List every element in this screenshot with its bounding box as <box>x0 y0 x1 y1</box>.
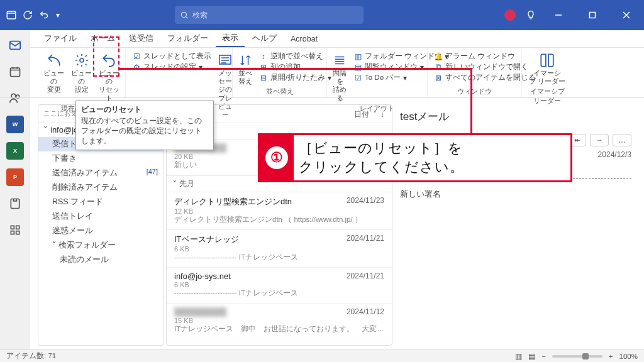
zoom-level: 100% <box>619 353 638 360</box>
zoom-out-button[interactable]: − <box>541 353 546 360</box>
outlook-icon <box>5 9 18 21</box>
folder-item[interactable]: 迷惑メール <box>38 224 163 238</box>
tooltip-body: 現在のすべてのビュー設定を、このフォルダーの既定の設定にリセットします。 <box>81 116 208 146</box>
zoom-slider[interactable] <box>552 355 602 358</box>
thread-settings-icon: ⚙ <box>132 63 141 72</box>
title-bar: ▾ 検索 <box>0 0 644 30</box>
reset-view-tooltip: ビューのリセット 現在のすべてのビュー設定を、このフォルダーの既定の設定にリセッ… <box>75 101 214 150</box>
thread-settings-button[interactable]: ⚙スレッドの設定 ▾ <box>132 62 211 72</box>
menu-help[interactable]: ヘルプ <box>246 31 283 47</box>
svg-rect-13 <box>11 231 14 234</box>
undo-icon[interactable] <box>38 9 50 21</box>
group-sort-label: 並べ替え <box>236 85 323 96</box>
alarm-window-button[interactable]: 🔔アラーム ウィンドウ <box>434 52 536 61</box>
rail-excel-icon[interactable]: X <box>6 142 24 160</box>
preview-subject: testメール <box>400 107 631 134</box>
rail-powerpoint-icon[interactable]: P <box>6 168 24 186</box>
tooltip-title: ビューのリセット <box>81 105 208 114</box>
open-new-window-button[interactable]: ⧉新しいウィンドウで開く <box>434 62 536 72</box>
reverse-icon: ↕ <box>259 52 268 61</box>
message-preview-icon <box>216 52 234 69</box>
spacing-button[interactable]: 間隔を 詰める <box>331 50 348 102</box>
close-all-icon: ⊠ <box>434 74 443 82</box>
search-placeholder: 検索 <box>192 10 208 21</box>
view-settings-button[interactable]: ビューの 設定 <box>69 50 94 94</box>
search-box[interactable]: 検索 <box>175 6 364 24</box>
show-as-thread-check[interactable]: ☑スレッドとして表示 <box>132 52 211 61</box>
sort-icon <box>236 52 254 69</box>
help-icon[interactable] <box>525 9 537 21</box>
svg-point-15 <box>80 58 84 62</box>
view-normal-icon[interactable]: ▥ <box>515 352 522 361</box>
menu-acrobat[interactable]: Acrobat <box>284 32 324 46</box>
checkbox-icon: ☑ <box>132 52 141 61</box>
svg-rect-0 <box>7 11 16 19</box>
menu-folder[interactable]: フォルダー <box>161 31 214 47</box>
reading-pane-icon: ▤ <box>353 63 362 72</box>
menu-file[interactable]: ファイル <box>38 31 83 47</box>
user-avatar[interactable] <box>504 9 516 21</box>
menu-view[interactable]: 表示 <box>216 30 245 47</box>
folder-item[interactable]: ˅ 検索フォルダー <box>38 238 163 253</box>
forward-button[interactable]: → <box>590 134 609 146</box>
instruction-callout: ① ［ビューのリセット］を クリックしてください。 <box>258 133 572 182</box>
book-icon <box>538 52 556 69</box>
new-window-icon: ⧉ <box>434 63 443 72</box>
immersive-reader-button[interactable]: イマーシ ブ リーダー <box>528 50 566 85</box>
message-item[interactable]: ディレクトリ型検索エンジンdtn2024/11/2312 KBディレクトリ型検索… <box>167 192 392 230</box>
minimize-button[interactable] <box>546 3 571 28</box>
folder-item[interactable]: 送信トレイ <box>38 209 163 224</box>
expand-collapse-button[interactable]: ⊟展開/折りたたみ ▾ <box>259 73 331 82</box>
callout-connector-v <box>470 68 472 134</box>
search-icon <box>180 11 189 19</box>
callout-connector-h <box>119 68 472 70</box>
message-item[interactable]: info@jo-sys.net2024/11/216 KB-----------… <box>167 268 392 304</box>
folder-pane-icon: ▥ <box>353 52 362 61</box>
msglist-sort[interactable]: 日付˅↓ <box>354 109 384 120</box>
folder-item[interactable]: 下書き <box>38 151 163 166</box>
svg-rect-11 <box>11 226 14 229</box>
menu-home[interactable]: ホーム <box>84 31 121 47</box>
svg-rect-12 <box>16 226 19 229</box>
chevron-down-icon: ˅ <box>43 125 48 134</box>
ribbon: ビューの 変更 ビューの 設定 ビューの リセット 現在のビュー ☑スレッドとし… <box>0 48 644 98</box>
spacing-icon <box>331 52 348 69</box>
message-item[interactable]: █████████2024/11/1215 KBITナレッジベース 御中 お世話… <box>167 304 392 339</box>
rail-tasks-icon[interactable] <box>6 195 24 212</box>
folder-item[interactable]: RSS フィード <box>38 195 163 209</box>
svg-point-1 <box>181 12 186 17</box>
maximize-button[interactable] <box>580 3 605 28</box>
close-all-button[interactable]: ⊠すべてのアイテムを閉じる <box>434 73 536 82</box>
item-count: アイテム数: 71 <box>6 351 56 361</box>
todo-icon: ☑ <box>353 74 362 82</box>
message-item[interactable]: ITベースナレッジ2024/11/216 KB-----------------… <box>167 230 392 268</box>
reset-view-button[interactable]: ビューの リセット <box>96 50 121 102</box>
gear-icon <box>73 52 91 69</box>
group-window-label: ウィンドウ <box>431 85 518 96</box>
change-view-button[interactable]: ビューの 変更 <box>42 50 67 94</box>
chevron-down-icon: ˅ <box>373 110 377 119</box>
rail-word-icon[interactable]: W <box>6 116 24 133</box>
folder-item[interactable]: 送信済みアイテム[47] <box>38 166 163 180</box>
status-bar: アイテム数: 71 ▥ ▤ − + 100% <box>0 349 644 362</box>
svg-rect-10 <box>11 199 19 209</box>
expand-icon: ⊟ <box>259 74 268 82</box>
folder-item[interactable]: 削除済みアイテム <box>38 180 163 195</box>
folder-item[interactable]: 未読のメール <box>38 253 163 267</box>
view-reading-icon[interactable]: ▤ <box>528 352 535 361</box>
sync-icon[interactable] <box>21 9 34 21</box>
arrow-down-icon: ↓ <box>380 110 384 119</box>
reset-icon <box>100 52 118 69</box>
svg-rect-3 <box>590 13 596 18</box>
zoom-in-button[interactable]: + <box>609 353 613 360</box>
dropdown-icon[interactable]: ▾ <box>54 9 62 21</box>
menu-bar: ファイル ホーム 送受信 フォルダー 表示 ヘルプ Acrobat <box>0 30 644 48</box>
rail-more-icon[interactable] <box>6 221 24 239</box>
more-actions-button[interactable]: … <box>613 134 631 146</box>
close-button[interactable] <box>614 3 639 28</box>
svg-rect-14 <box>16 231 19 234</box>
reverse-sort-button[interactable]: ↕逆順で並べ替え <box>259 52 331 61</box>
callout-text: ［ビューのリセット］を クリックしてください。 <box>294 135 570 180</box>
menu-sendreceive[interactable]: 送受信 <box>123 31 160 47</box>
add-column-button[interactable]: ⊞列の追加 <box>259 62 331 72</box>
